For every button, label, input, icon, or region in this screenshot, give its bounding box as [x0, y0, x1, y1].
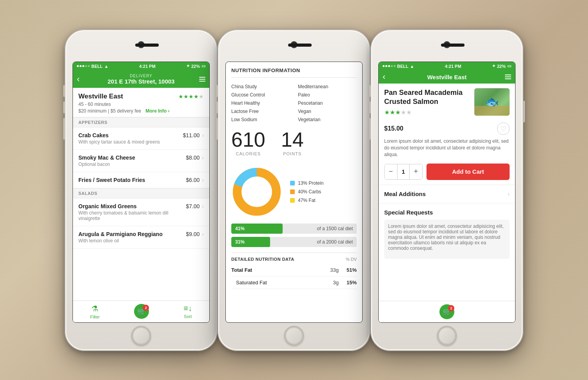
diet-grid: China Study Mediterranean Glucose Contro… [231, 83, 357, 123]
item-price: $15.00 [384, 125, 403, 132]
volume-up-btn[interactable] [63, 85, 65, 97]
side-buttons-left [63, 85, 65, 140]
status-bar: BELL ▲ 4:21 PM ✦ 22% ▭ [73, 62, 209, 71]
silent-btn[interactable] [63, 118, 65, 140]
volume-down-btn[interactable] [369, 102, 371, 113]
side-buttons-right [523, 101, 525, 122]
volume-down-btn[interactable] [63, 102, 65, 113]
chevron-icon: › [202, 132, 204, 138]
cart-nav-item[interactable]: 🛒 2 [134, 304, 149, 319]
phone3-screen: BELL ▲ 4:21 PM ✦ 22% ▭ ‹ Westville East [378, 62, 515, 323]
progress-label-1500: of a 1500 cal diet [317, 226, 353, 231]
back-button[interactable]: ‹ [383, 72, 385, 82]
silent-btn[interactable] [216, 118, 218, 140]
increase-qty-button[interactable]: + [410, 164, 422, 179]
chevron-icon: › [202, 231, 204, 237]
bluetooth-icon: ✦ [186, 64, 190, 69]
item-name: Smoky Mac & Cheese [78, 155, 186, 161]
chart-legend: 13% Protein 40% Carbs 47% Fat [290, 180, 323, 203]
menu-item-mixed-greens[interactable]: Organic Mixed Greens With cherry tomatoe… [73, 198, 209, 226]
filter-icon: ⚗ [91, 304, 98, 313]
more-info-link[interactable]: More Info › [145, 108, 169, 114]
progress-label-2000: of a 2000 cal diet [317, 239, 353, 245]
hamburger-icon [505, 75, 511, 79]
status-bar-3: BELL ▲ 4:21 PM ✦ 22% ▭ [379, 62, 515, 71]
detail-sat-fat: Saturated Fat 3g 15% [231, 276, 357, 289]
special-requests-title: Special Requests [384, 209, 510, 216]
signal-dot-5 [88, 65, 90, 67]
restaurant-header: ‹ DELIVERY 201 E 17th Street, 10003 [73, 71, 209, 88]
item-price-row: $9.00 › [186, 231, 204, 237]
home-button[interactable] [437, 326, 457, 345]
total-fat-amount: 33g [330, 267, 339, 273]
favorite-button[interactable]: ♡ [497, 122, 510, 135]
restaurant-name: Westville East [78, 93, 123, 100]
protein-dot [290, 181, 295, 185]
meal-additions-row[interactable]: Meal Additions › [379, 185, 515, 204]
sat-fat-amount: 3g [333, 280, 339, 285]
battery-pct: 22% [497, 64, 506, 69]
diet-paleo: Paleo [298, 91, 357, 98]
chart-row: 13% Protein 40% Carbs 47% Fat [231, 166, 357, 217]
filter-nav-item[interactable]: ⚗ Filter [90, 304, 100, 319]
decrease-qty-button[interactable]: − [385, 164, 397, 179]
progress-section: 41% of a 1500 cal diet 31% of a 2000 cal… [231, 224, 357, 247]
hamburger-icon [199, 77, 205, 82]
power-btn[interactable] [523, 101, 525, 122]
signal-strength [77, 65, 90, 67]
diet-vegetarian: Vegetarian [298, 116, 357, 123]
progress-fill-1500: 41% [231, 224, 283, 234]
home-button[interactable] [131, 326, 151, 345]
item-detail-section: Pan Seared Macademia Crusted Salmon ★★★★… [379, 84, 515, 185]
wifi-icon: ▲ [104, 64, 109, 69]
carrier-name: BELL [91, 64, 103, 69]
menu-button[interactable] [505, 75, 511, 79]
restaurant-name-row: Westville East ★★★★★ [78, 93, 204, 100]
sort-icon: ≡↓ [183, 304, 192, 313]
special-requests-input[interactable] [384, 220, 510, 259]
add-to-cart-button[interactable]: Add to Cart [426, 164, 510, 180]
carbs-dot [290, 189, 295, 194]
phone2-screen: NUTRITION INFORMATION China Study Medite… [225, 62, 363, 323]
restaurant-fees: $20 minimum | $5 delivery fee More Info … [78, 108, 204, 114]
item-price: $7.00 [186, 203, 200, 209]
item-price: $8.00 [186, 155, 200, 161]
sort-nav-item[interactable]: ≡↓ Sort [183, 304, 192, 319]
battery-icon: ▭ [507, 64, 511, 69]
menu-item-arugula[interactable]: Arugula & Parmigiano Reggiano With lemon… [73, 226, 209, 249]
empty-stars: ★★ [401, 109, 412, 116]
restaurant-time: 45 - 60 minutes [78, 102, 204, 107]
progress-track-2000: 31% of a 2000 cal diet [231, 237, 357, 247]
status-time: 4:21 PM [139, 64, 156, 69]
total-fat-values: 33g 51% [330, 267, 357, 273]
restaurant-stars: ★★★★★ [178, 93, 204, 100]
menu-button[interactable] [199, 77, 205, 82]
calories-row: 610 CALORIES 14 POINTS [231, 129, 357, 160]
filled-stars: ★★★ [384, 109, 401, 116]
item-price: $9.00 [186, 231, 200, 237]
filter-label: Filter [90, 315, 100, 319]
chevron-icon: › [202, 203, 204, 209]
status-right: ✦ 22% ▭ [186, 64, 205, 69]
nutrition-title: NUTRITION INFORMATION [231, 67, 357, 78]
points-number: 14 [281, 129, 304, 150]
item-desc: With cherry tomatoes & balsamic lemon di… [78, 210, 186, 221]
volume-down-btn[interactable] [216, 102, 218, 113]
item-price: $6.00 [186, 177, 200, 183]
cart-nav-item[interactable]: 🛒 2 [439, 304, 454, 319]
legend-protein: 13% Protein [290, 180, 323, 186]
menu-item-mac-cheese[interactable]: Smoky Mac & Cheese Optional bacon $8.00 … [73, 150, 209, 172]
item-info: Organic Mixed Greens With cherry tomatoe… [78, 203, 186, 221]
battery-icon: ▭ [201, 64, 205, 69]
special-requests-section: Special Requests [379, 204, 515, 266]
silent-btn[interactable] [369, 118, 371, 140]
category-appetizers: APPETIZERS [73, 117, 209, 127]
cart-badge: 2 [143, 305, 149, 311]
menu-item-crab-cakes[interactable]: Crab Cakes With spicy tartar sauce & mix… [73, 127, 209, 150]
menu-item-fries[interactable]: Fries / Sweet Potato Fries $6.00 › [73, 172, 209, 188]
item-desc: Optional bacon [78, 162, 186, 167]
volume-up-btn[interactable] [216, 85, 218, 97]
volume-up-btn[interactable] [369, 85, 371, 97]
signal-dot-3 [388, 65, 390, 67]
home-button[interactable] [284, 326, 304, 345]
